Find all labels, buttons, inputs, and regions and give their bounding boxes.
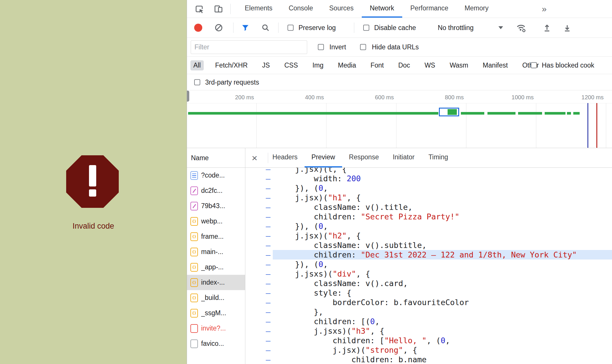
clear-icon[interactable] [214,23,223,32]
request-name: webp... [201,217,222,225]
timeline-tick-label: 800 ms [420,94,464,101]
exclamation-bar [89,165,96,186]
code-token: , { [347,193,361,202]
tab-console[interactable]: Console [281,0,321,18]
code-line: – className: v().title, [245,202,612,212]
device-toolbar-icon[interactable] [214,4,223,14]
code-text: className: v().subtitle, [273,240,612,250]
code-text: j.jsx)(t, { [273,168,612,174]
request-details-panel: × HeadersPreviewResponseInitiatorTiming … [245,148,612,364]
disable-cache-checkbox[interactable] [363,25,369,31]
name-column-header[interactable]: Name [187,148,245,168]
tab-preview[interactable]: Preview [305,148,342,167]
filter-funnel-icon[interactable] [241,23,250,32]
request-row[interactable]: {}_ssgM... [187,305,245,321]
timeline-gridline [466,103,466,148]
css-file-icon [190,202,198,210]
disable-cache-label[interactable]: Disable cache [374,24,416,32]
search-icon[interactable] [261,23,270,32]
invert-checkbox[interactable] [318,44,324,50]
code-token: children: [( [276,317,370,326]
has-blocked-cookies-checkbox[interactable] [531,62,537,68]
network-activity-bar [545,112,565,115]
third-party-label[interactable]: 3rd-party requests [205,78,259,86]
has-blocked-cookies-group: Has blocked cook [187,57,612,74]
string-token: "div" [333,269,356,278]
network-activity-bar [518,112,542,115]
inspect-element-icon[interactable] [194,4,204,14]
hide-data-urls-label[interactable]: Hide data URLs [372,43,419,51]
tab-elements[interactable]: Elements [237,0,281,18]
code-token: j.jsx)(t, { [276,168,347,173]
export-har-icon[interactable] [563,23,572,32]
request-row[interactable]: dc2fc... [187,183,245,198]
code-line: – }, [245,307,612,317]
code-text: children: b.name [273,355,612,364]
tab-network[interactable]: Network [362,0,402,18]
request-row[interactable]: {}webp... [187,214,245,229]
more-tabs-icon[interactable]: » [542,4,547,14]
invert-label[interactable]: Invert [329,43,346,51]
request-row[interactable]: {}_app-... [187,260,245,275]
timeline-scroll-handle[interactable] [187,91,189,102]
line-marker: – [245,168,273,174]
throttling-select[interactable]: No throttling [438,24,474,32]
exclamation-dot [89,189,96,197]
code-line: – }), (0, [245,183,612,193]
code-token: className: v().title, [276,203,412,212]
js-file-icon: {} [190,278,198,287]
code-text: children: "Secret Pizza Party!" [273,212,612,221]
request-name: main-... [201,248,223,256]
third-party-row: 3rd-party requests [187,74,612,90]
preserve-log-label[interactable]: Preserve log [298,24,336,32]
network-activity-bar [461,112,484,115]
request-row[interactable]: {}index-... [187,275,245,290]
network-activity-bar [487,112,515,115]
request-row[interactable]: {}main-... [187,244,245,260]
request-row[interactable]: favico... [187,336,245,351]
preview-code-area[interactable]: – j.jsx)(t, {– width: 200– }), (0,– j.js… [245,168,612,364]
line-marker: – [245,345,273,355]
preserve-log-checkbox[interactable] [288,25,294,31]
code-text: children: ["Hello, ", (0, [273,336,612,345]
tab-memory[interactable]: Memory [457,0,497,18]
import-har-icon[interactable] [542,23,552,32]
code-token: style: { [276,288,351,297]
network-activity-bar [188,112,438,115]
code-token: children: [276,250,361,259]
filter-row: Invert Hide data URLs [187,38,612,57]
code-line: – borderColor: b.favouriteColor [245,298,612,307]
string-token: "Hello, " [384,336,426,345]
tab-performance[interactable]: Performance [402,0,457,18]
request-row[interactable]: 79b43... [187,198,245,214]
hide-data-urls-checkbox[interactable] [360,44,366,50]
tab-initiator[interactable]: Initiator [386,148,421,167]
number-token: 0 [441,336,445,345]
filter-input[interactable] [191,40,307,54]
tab-headers[interactable]: Headers [266,148,305,167]
record-button[interactable] [194,24,202,32]
tab-sources[interactable]: Sources [321,0,361,18]
network-conditions-icon[interactable] [516,23,526,33]
code-token: }), ( [276,184,318,193]
close-panel-button[interactable]: × [252,153,257,163]
request-row[interactable]: invite?... [187,321,245,336]
line-marker: – [245,260,273,269]
devtools-tab-bar: ElementsConsoleSourcesNetworkPerformance… [187,0,612,18]
code-token: borderColor: b.favouriteColor [276,298,469,307]
request-row[interactable]: ?code... [187,168,245,183]
requests-split-view: Name ?code...dc2fc...79b43...{}webp...{}… [187,148,612,364]
tab-timing[interactable]: Timing [422,148,455,167]
timeline-selection[interactable] [439,108,459,116]
code-token: j.jsx)( [276,346,366,354]
tab-response[interactable]: Response [342,148,386,167]
code-text: j.jsx)("strong", { [273,345,612,355]
line-marker: – [245,250,273,260]
chevron-down-icon[interactable] [498,26,503,29]
third-party-checkbox[interactable] [194,79,200,85]
network-overview-timeline[interactable]: 200 ms400 ms600 ms800 ms1000 ms1200 ms [187,90,612,148]
request-row[interactable]: {}_build... [187,290,245,305]
has-blocked-cookies-label[interactable]: Has blocked cook [542,61,594,69]
code-token: j.jsx)( [276,231,328,240]
request-row[interactable]: {}frame... [187,229,245,244]
